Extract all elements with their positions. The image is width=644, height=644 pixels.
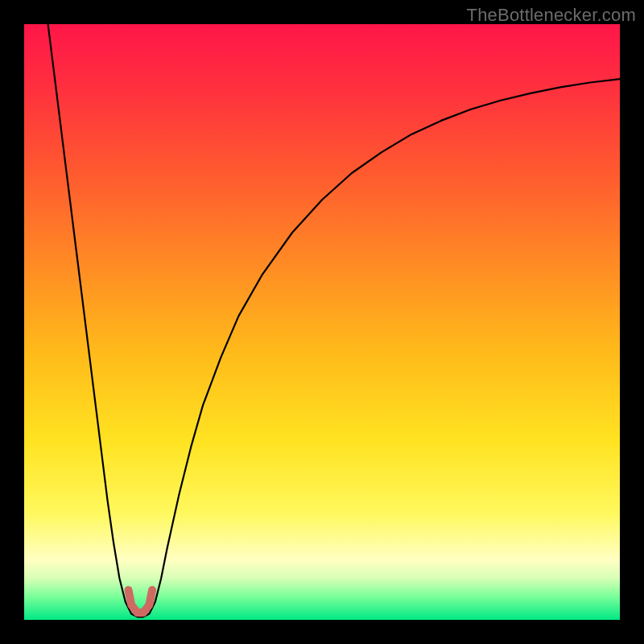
chart-curve-layer bbox=[24, 24, 620, 620]
chart-frame: TheBottlenecker.com bbox=[0, 0, 644, 644]
optimal-range-marker bbox=[129, 590, 153, 613]
bottleneck-curve bbox=[48, 24, 620, 617]
watermark-text: TheBottlenecker.com bbox=[467, 5, 636, 26]
plot-area bbox=[24, 24, 620, 620]
